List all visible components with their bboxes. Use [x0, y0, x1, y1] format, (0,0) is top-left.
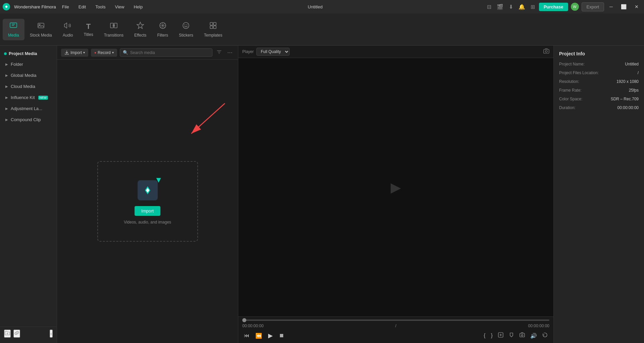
title-bar-menu: File Edit Tools View Help — [60, 3, 145, 11]
resource-icon[interactable]: 🎬 — [495, 3, 505, 11]
notification-icon[interactable]: 🔔 — [517, 3, 527, 11]
toolbar-media[interactable]: Media — [3, 19, 24, 40]
purchase-button[interactable]: Purchase — [539, 3, 568, 11]
maximize-button[interactable]: ⬜ — [618, 3, 629, 11]
toolbar: Media Stock Media Audio T Titles Transit… — [0, 13, 644, 46]
undo-button[interactable] — [541, 331, 549, 340]
chevron-right-icon-4: ▶ — [5, 96, 8, 99]
project-files-row: Project Files Location: / — [559, 70, 639, 75]
svg-point-11 — [187, 24, 187, 25]
menu-view[interactable]: View — [113, 3, 126, 11]
media-label: Media — [8, 33, 19, 38]
filter-button[interactable] — [215, 49, 223, 56]
apps-icon[interactable]: ⊞ — [529, 3, 536, 11]
sidebar-item-influence-kit[interactable]: ▶ Influence Kit NEW — [1, 92, 55, 103]
volume-button[interactable]: 🔊 — [529, 332, 539, 340]
sidebar-adjustment-label: Adjustment La... — [11, 106, 42, 111]
sidebar-global-media-label: Global Media — [11, 73, 37, 78]
search-icon: 🔍 — [123, 50, 128, 55]
project-name-value: Untitled — [625, 62, 639, 66]
search-bar: 🔍 — [120, 48, 212, 57]
title-bar-right: ⊟ 🎬 ⬇ 🔔 ⊞ Purchase W Export ─ ⬜ ✕ — [486, 2, 641, 11]
effects-label: Effects — [134, 33, 146, 38]
chevron-right-icon-6: ▶ — [5, 118, 8, 121]
close-button[interactable]: ✕ — [632, 3, 641, 11]
chevron-right-icon-2: ▶ — [5, 74, 8, 77]
templates-icon — [209, 21, 217, 32]
filters-label: Filters — [157, 33, 168, 38]
project-files-label: Project Files Location: — [559, 70, 599, 75]
user-avatar[interactable]: W — [571, 3, 579, 11]
svg-rect-3 — [38, 23, 44, 28]
import-media-button[interactable]: Import — [135, 206, 160, 216]
play-button[interactable]: ▶ — [266, 331, 275, 340]
main-area: Project Media ▶ Folder ▶ Global Media ▶ … — [0, 46, 644, 343]
download-icon[interactable]: ⬇ — [507, 3, 514, 11]
toolbar-titles[interactable]: T Titles — [78, 19, 98, 40]
sidebar-item-adjustment-layer[interactable]: ▶ Adjustment La... — [1, 103, 55, 114]
mark-in-button[interactable]: { — [482, 332, 487, 340]
add-link-button[interactable] — [13, 330, 20, 338]
sidebar-project-media[interactable]: Project Media — [0, 48, 57, 59]
mark-out-button[interactable]: } — [489, 332, 494, 340]
progress-bar[interactable] — [242, 320, 549, 321]
stop-button[interactable]: ⏹ — [277, 332, 286, 340]
toolbar-filters[interactable]: Filters — [152, 19, 174, 40]
svg-point-22 — [545, 50, 547, 52]
project-info-title: Project Info — [559, 51, 639, 56]
player-timeline-bar[interactable] — [242, 320, 549, 321]
menu-edit[interactable]: Edit — [77, 3, 88, 11]
workspace-icon[interactable]: ⊟ — [486, 3, 493, 11]
audio-icon — [64, 21, 72, 32]
media-icon — [9, 21, 17, 32]
project-colorspace-value: SDR – Rec.709 — [611, 97, 639, 101]
svg-rect-5 — [110, 23, 113, 28]
toolbar-effects[interactable]: Effects — [129, 19, 152, 40]
player-controls: 00:00:00:00 / 00:00:00:00 ⏮ ⏪ ▶ ⏹ { } — [238, 316, 553, 343]
sidebar-item-compound-clip[interactable]: ▶ Compound Clip — [1, 114, 55, 125]
toolbar-audio[interactable]: Audio — [57, 19, 79, 40]
project-resolution-label: Resolution: — [559, 79, 579, 84]
add-marker-button[interactable] — [507, 331, 516, 340]
minimize-button[interactable]: ─ — [607, 3, 615, 11]
record-button[interactable]: ● Record ▾ — [91, 49, 117, 57]
svg-point-9 — [183, 22, 189, 29]
import-button[interactable]: Import ▾ — [61, 49, 88, 57]
svg-marker-7 — [137, 22, 144, 29]
toolbar-stickers[interactable]: Stickers — [174, 19, 199, 40]
toolbar-transitions[interactable]: Transitions — [99, 19, 129, 40]
player-control-buttons: ⏮ ⏪ ▶ ⏹ { } 🔊 — [242, 331, 549, 340]
progress-thumb[interactable] — [242, 318, 246, 322]
menu-tools[interactable]: Tools — [93, 3, 107, 11]
add-to-timeline-button[interactable] — [496, 331, 505, 340]
transitions-icon — [110, 21, 118, 32]
project-framerate-value: 25fps — [629, 88, 639, 93]
sidebar-item-cloud-media[interactable]: ▶ Cloud Media — [1, 81, 55, 92]
media-content: ▼ Import Videos, audio, and images — [57, 60, 238, 343]
quality-select[interactable]: Full Quality1/2 Quality1/4 Quality — [256, 48, 290, 56]
import-drop-area[interactable]: ▼ Import Videos, audio, and images — [97, 161, 198, 242]
more-options-button[interactable]: ⋯ — [226, 49, 234, 56]
sidebar-folder-label: Folder — [11, 62, 23, 67]
import-label: Import — [70, 50, 82, 55]
toolbar-templates[interactable]: Templates — [199, 19, 228, 40]
menu-help[interactable]: Help — [132, 3, 145, 11]
menu-file[interactable]: File — [60, 3, 71, 11]
app-name: Wondershare Filmora — [14, 4, 56, 9]
screenshot-button[interactable] — [518, 331, 527, 340]
filmora-logo-icon — [138, 180, 158, 200]
rewind-button[interactable]: ⏮ — [242, 332, 251, 340]
sidebar-item-global-media[interactable]: ▶ Global Media — [1, 70, 55, 81]
add-folder-button[interactable] — [4, 330, 11, 338]
sidebar-collapse-button[interactable]: ‹ — [50, 330, 53, 338]
time-separator: / — [395, 324, 396, 328]
sidebar: Project Media ▶ Folder ▶ Global Media ▶ … — [0, 46, 57, 343]
project-framerate-row: Frame Rate: 25fps — [559, 88, 639, 93]
titles-label: Titles — [84, 32, 93, 37]
snapshot-icon[interactable] — [543, 48, 549, 55]
toolbar-stock-media[interactable]: Stock Media — [24, 19, 57, 40]
prev-frame-button[interactable]: ⏪ — [254, 332, 264, 340]
export-button[interactable]: Export — [582, 2, 604, 11]
sidebar-item-folder[interactable]: ▶ Folder — [1, 59, 55, 69]
search-input[interactable] — [130, 50, 209, 55]
